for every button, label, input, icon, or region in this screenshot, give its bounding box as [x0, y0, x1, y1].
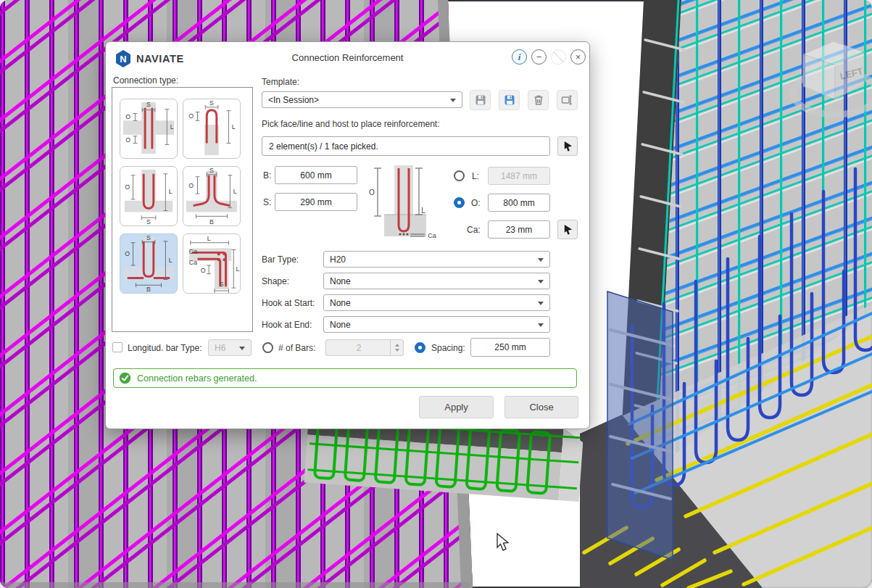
info-button[interactable]: i	[512, 49, 527, 65]
minimize-icon: −	[536, 52, 542, 62]
template-save-as-button[interactable]	[499, 90, 520, 110]
dim-b-field[interactable]: 600 mm	[275, 166, 357, 184]
apply-button[interactable]: Apply	[419, 396, 494, 418]
dim-l-field: 1487 mm	[488, 167, 550, 185]
dim-l-label: L:	[472, 171, 479, 181]
pick-face-button[interactable]	[557, 136, 578, 156]
dim-s-label: S:	[263, 197, 271, 207]
dim-o-radio[interactable]	[454, 197, 465, 208]
dim-ca-field[interactable]: 23 mm	[488, 220, 550, 239]
connection-type-box: S O O L S O L	[112, 87, 253, 332]
pick-status-value: 2 element(s) / 1 face picked.	[269, 141, 378, 152]
template-value: <In Session>	[268, 95, 319, 105]
spacing-value: 250 mm	[494, 342, 526, 352]
template-label: Template:	[262, 77, 299, 87]
svg-text:S: S	[146, 234, 151, 241]
svg-text:Ca: Ca	[189, 248, 197, 255]
svg-text:O: O	[125, 183, 130, 191]
hook-at-start-value: None	[330, 298, 351, 308]
dim-s-field[interactable]: 290 mm	[275, 193, 357, 211]
info-icon: i	[518, 52, 521, 62]
longitudinal-bar-type-value: H6	[215, 343, 225, 353]
svg-text:S: S	[220, 281, 224, 288]
close-icon: ×	[576, 52, 581, 62]
pick-status-field[interactable]: 2 element(s) / 1 face picked.	[262, 136, 550, 156]
close-button-label: Close	[529, 402, 553, 413]
dim-b-value: 600 mm	[300, 170, 331, 181]
bar-type-value: H20	[330, 254, 346, 265]
num-bars-radio[interactable]	[262, 342, 273, 353]
dim-ca-value: 23 mm	[506, 225, 533, 235]
num-bars-spinner: 2	[325, 339, 404, 356]
spacing-field[interactable]: 250 mm	[470, 338, 550, 357]
shape-label: Shape:	[262, 276, 289, 286]
connection-type-wall-top-u-bar[interactable]: S O L	[183, 99, 241, 159]
connection-reinforcement-dialog: N NAVIATE Connection Reinforcement i − ×…	[105, 41, 590, 429]
dim-s-value: 290 mm	[300, 197, 331, 207]
connection-type-column-base-splayed-bars[interactable]: S O L B	[183, 166, 241, 226]
shape-value: None	[330, 276, 351, 286]
svg-text:O: O	[188, 112, 194, 120]
dim-o-value: 800 mm	[503, 198, 534, 208]
hook-at-start-dropdown[interactable]: None	[323, 294, 550, 311]
svg-text:O: O	[188, 182, 194, 189]
template-save-button[interactable]	[470, 90, 491, 110]
spacing-radio[interactable]	[415, 342, 425, 353]
connection-type-corner-connection[interactable]: L L Ca Ca O S	[183, 233, 241, 294]
svg-text:L: L	[233, 188, 237, 195]
svg-text:S: S	[209, 167, 214, 174]
svg-text:O: O	[369, 189, 375, 196]
dim-o-label: O:	[471, 198, 481, 208]
connection-diagram: O L Ca	[367, 162, 447, 244]
shape-dropdown[interactable]: None	[323, 273, 550, 289]
template-rename-button[interactable]	[557, 90, 578, 110]
connection-type-column-through-slab[interactable]: S O O L	[120, 99, 178, 159]
save-icon	[475, 94, 486, 106]
hook-at-end-dropdown[interactable]: None	[323, 316, 550, 333]
svg-text:S: S	[209, 99, 214, 107]
svg-text:O: O	[201, 267, 206, 274]
spacing-label: Spacing:	[431, 343, 465, 353]
longitudinal-checkbox[interactable]	[112, 342, 123, 352]
close-dialog-button[interactable]: ×	[570, 49, 586, 65]
minimize-button[interactable]: −	[531, 49, 547, 65]
svg-text:O: O	[125, 250, 130, 257]
hook-at-start-label: Hook at Start:	[262, 298, 315, 308]
pick-cover-button[interactable]	[557, 220, 578, 239]
hook-at-end-value: None	[330, 320, 351, 330]
apply-button-label: Apply	[444, 402, 468, 413]
bar-type-label: Bar Type:	[262, 254, 299, 265]
svg-text:B: B	[146, 286, 151, 293]
longitudinal-bar-type-dropdown: H6	[208, 339, 252, 356]
template-delete-button[interactable]	[528, 90, 549, 110]
svg-text:L: L	[421, 207, 425, 215]
svg-text:L: L	[169, 188, 173, 195]
dim-l-radio[interactable]	[454, 170, 465, 181]
pick-label: Pick face/line and host to place reinfor…	[262, 119, 439, 129]
svg-text:L: L	[207, 235, 211, 242]
dim-b-label: B:	[263, 170, 271, 181]
success-check-icon	[119, 372, 131, 384]
svg-text:S: S	[146, 101, 151, 108]
spinner-arrows[interactable]	[390, 340, 403, 355]
dim-ca-label: Ca:	[467, 225, 481, 235]
longitudinal-label: Longitud. bar Type:	[128, 343, 202, 353]
status-message-text: Connection rebars generated.	[137, 373, 257, 384]
pick-arrow-icon	[562, 224, 573, 235]
svg-text:Ca: Ca	[189, 259, 197, 266]
dim-o-field[interactable]: 800 mm	[488, 194, 550, 212]
svg-text:L: L	[236, 265, 240, 273]
bar-type-dropdown[interactable]: H20	[323, 251, 550, 268]
connection-type-column-base-u-bar[interactable]: O L S	[120, 166, 178, 226]
disabled-button	[551, 49, 566, 65]
rename-icon	[561, 94, 573, 106]
spinner-up-icon	[395, 344, 399, 347]
status-message: Connection rebars generated.	[113, 368, 577, 388]
svg-text:Ca: Ca	[428, 232, 436, 239]
connection-type-wall-to-slab-u-bar-with-feet[interactable]: S O L B	[120, 233, 178, 294]
spinner-down-icon	[395, 349, 399, 352]
svg-text:L: L	[170, 123, 174, 131]
template-dropdown[interactable]: <In Session>	[262, 91, 462, 108]
screenshot-frame: LEFT N NAVIATE Connection Reinforcement …	[0, 0, 872, 588]
close-button[interactable]: Close	[504, 396, 578, 418]
